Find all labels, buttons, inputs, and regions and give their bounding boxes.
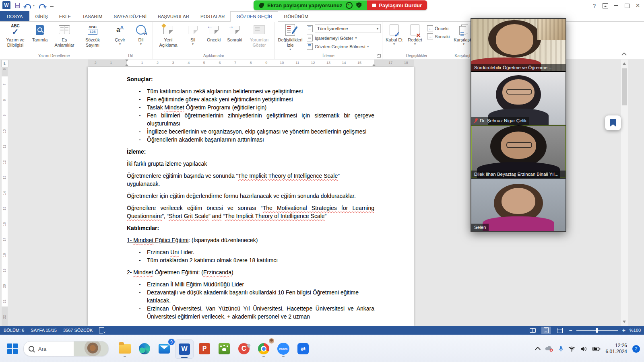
previous-change-button[interactable]: ← Önceki <box>427 25 450 31</box>
word-count-button[interactable]: ABC123 Sözcük Sayımı <box>78 22 107 49</box>
video-tile-4[interactable]: Selen <box>471 179 566 231</box>
wifi-icon[interactable] <box>568 346 575 352</box>
video-tile-2[interactable]: Dr. Şehnaz Nigar Çelik <box>471 72 566 124</box>
word-button[interactable]: W <box>175 339 194 359</box>
tab-review[interactable]: GÖZDEN GEÇİR <box>230 11 278 21</box>
translate-button[interactable]: aA Çevir <box>109 22 130 46</box>
ruler-number: 11 <box>2 144 8 150</box>
save-icon[interactable] <box>15 3 20 8</box>
reject-button[interactable]: × Reddet <box>405 22 425 46</box>
mic-muted-icon <box>474 118 478 123</box>
section-indicator[interactable]: BÖLÜM: 6 <box>4 328 24 333</box>
zoom-meeting-panel: Sürdürülebilir Öğretme ve Öğrenme ... Dr… <box>471 18 566 232</box>
next-change-label: Sonraki <box>435 34 450 39</box>
web-layout-button[interactable] <box>555 327 565 334</box>
print-layout-button[interactable] <box>541 327 551 334</box>
ribbon-display-options-button[interactable] <box>600 0 611 11</box>
zoom-level[interactable]: %100 <box>630 328 641 333</box>
powerpoint-button[interactable]: P <box>196 339 213 358</box>
search-highlight-image[interactable] <box>74 341 108 356</box>
scroll-up-icon[interactable] <box>623 61 626 65</box>
show-markup-button[interactable]: İşaretlemeyi Göster ▾ <box>307 35 381 41</box>
battery-icon[interactable] <box>592 347 601 351</box>
teamviewer-button[interactable]: ⇄ <box>294 339 312 358</box>
vertical-ruler[interactable]: 678910111213141516171819202122 <box>2 67 8 326</box>
record-icon[interactable] <box>346 2 353 9</box>
tab-design[interactable]: TASARIM <box>76 11 108 21</box>
close-button[interactable]: × <box>632 0 643 11</box>
new-comment-button[interactable]: Yeni Açıklama <box>154 22 182 49</box>
participant-face <box>502 188 535 214</box>
tab-selector[interactable]: L <box>1 60 8 67</box>
redo-icon[interactable] <box>39 4 45 8</box>
spelling-grammar-button[interactable]: ABC✓ Yazım ve Dilbilgisi <box>1 22 29 49</box>
read-mode-button[interactable] <box>528 327 537 334</box>
zoom-in-button[interactable]: + <box>622 327 625 333</box>
tab-home[interactable]: GİRİŞ <box>29 11 53 21</box>
onedrive-error-icon[interactable] <box>545 346 553 352</box>
markup-combobox[interactable]: Tüm İşaretleme <box>315 24 381 33</box>
left-indent-marker[interactable] <box>125 62 128 66</box>
right-indent-marker[interactable] <box>372 62 376 66</box>
next-change-button[interactable]: → Sonraki <box>427 33 450 39</box>
proofing-errors-icon[interactable] <box>99 327 104 333</box>
zoom-app-button[interactable]: zoom <box>275 339 292 358</box>
accept-button[interactable]: ✓ Kabul Et <box>384 22 405 46</box>
bookmark-button[interactable] <box>605 115 621 130</box>
page-indicator[interactable]: SAYFA 15/15 <box>31 328 57 333</box>
video-tile-3-active-speaker[interactable]: Dilek İlhan Beyaztaş Erzincan Binali Yıl… <box>471 125 566 178</box>
clock[interactable]: 12:26 6.01.2024 <box>606 343 627 355</box>
taskbar-search[interactable] <box>23 341 109 356</box>
customize-qat-icon[interactable] <box>50 2 54 7</box>
tab-file[interactable]: DOSYA <box>0 11 29 21</box>
help-button[interactable]: ? <box>589 0 600 11</box>
minimize-button[interactable] <box>611 0 621 11</box>
stop-share-button[interactable]: Paylaşımı Durdur <box>367 0 427 10</box>
undo-dropdown-icon[interactable]: ▾ <box>33 4 35 7</box>
thesaurus-button[interactable]: Eş Anlamlılar <box>50 22 78 49</box>
start-button[interactable] <box>7 343 18 354</box>
undo-icon[interactable] <box>25 4 31 8</box>
status-right: − + %100 <box>528 327 641 334</box>
delete-comment-button[interactable]: Sil <box>182 22 203 46</box>
edge-button[interactable] <box>136 339 153 358</box>
document-page[interactable]: Sonuçlar: Tüm katılımcıların zekâ algıla… <box>88 67 414 326</box>
zoom-slider-thumb[interactable] <box>596 328 598 333</box>
chrome-button[interactable] <box>255 339 272 358</box>
doc-text: 2- <box>127 269 133 276</box>
file-explorer-button[interactable] <box>116 339 134 358</box>
tab-view[interactable]: GÖRÜNÜM <box>278 11 314 21</box>
language-button[interactable]: Dil <box>130 22 151 46</box>
tray-chevron-icon[interactable] <box>535 347 541 352</box>
tab-mailings[interactable]: POSTALAR <box>195 11 231 21</box>
misspelled-word: Mindset <box>133 269 153 276</box>
mail-button[interactable]: 9 <box>155 339 173 358</box>
maximize-button[interactable] <box>621 0 632 11</box>
vertical-scrollbar[interactable] <box>621 60 628 326</box>
security-shield-icon[interactable]: ✓ <box>356 2 361 8</box>
word-count-indicator[interactable]: 3567 SÖZCÜK <box>63 328 93 333</box>
notification-badge[interactable]: 2 <box>632 345 640 353</box>
define-button[interactable]: Tanımla <box>29 22 50 43</box>
doc-text: ”, “ <box>162 213 169 219</box>
ccleaner-button[interactable]: C <box>235 339 253 358</box>
microphone-icon[interactable] <box>559 346 563 352</box>
video-tile-1[interactable]: Sürdürülebilir Öğretme ve Öğrenme ... <box>471 19 566 71</box>
horizontal-ruler[interactable]: 211234567891011121314151718 <box>88 60 414 66</box>
next-comment-button[interactable]: → Sonraki <box>224 22 245 43</box>
previous-comment-button[interactable]: ← Önceki <box>203 22 224 43</box>
search-input[interactable] <box>37 346 70 352</box>
scrollbar-thumb[interactable] <box>622 68 627 105</box>
zoom-out-button[interactable]: − <box>569 327 572 333</box>
reviewing-pane-button[interactable]: Gözden Geçirme Bölmesi ▾ <box>307 43 381 50</box>
tab-references[interactable]: BAŞVURULAR <box>152 11 195 21</box>
zoom-slider[interactable] <box>576 330 618 331</box>
track-changes-button[interactable]: Değişiklikleri İzle <box>276 22 304 51</box>
collapse-ribbon-button[interactable] <box>620 51 627 58</box>
tab-page-layout[interactable]: SAYFA DÜZENİ <box>108 11 152 21</box>
scroll-down-icon[interactable] <box>623 321 626 325</box>
tab-insert[interactable]: EKLE <box>54 11 76 21</box>
paw-app-button[interactable] <box>215 339 233 358</box>
volume-icon[interactable] <box>580 346 587 352</box>
word-app-icon[interactable]: W <box>2 1 10 9</box>
